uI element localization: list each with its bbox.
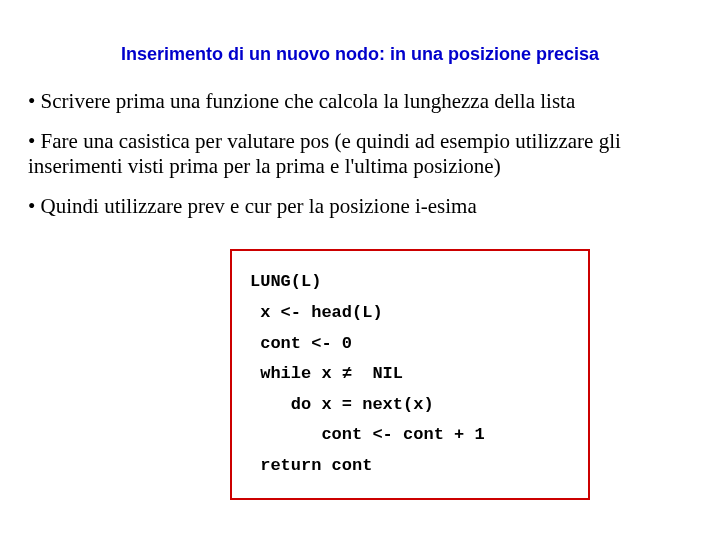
code-line: return cont — [250, 456, 372, 475]
code-line: cont <- 0 — [250, 334, 352, 353]
pseudocode-box: LUNG(L) x <- head(L) cont <- 0 while x ≠… — [230, 249, 590, 499]
slide-title: Inserimento di un nuovo nodo: in una pos… — [56, 44, 664, 65]
slide-page: Inserimento di un nuovo nodo: in una pos… — [0, 0, 720, 500]
bullet-item: • Scrivere prima una funzione che calcol… — [28, 89, 692, 115]
code-line: do x = next(x) — [250, 395, 434, 414]
code-line: cont <- cont + 1 — [250, 425, 485, 444]
bullet-item: • Quindi utilizzare prev e cur per la po… — [28, 194, 692, 220]
code-line: x <- head(L) — [250, 303, 383, 322]
code-line: while x ≠ NIL — [250, 364, 403, 383]
bullet-item: • Fare una casistica per valutare pos (e… — [28, 129, 692, 180]
code-line: LUNG(L) — [250, 272, 321, 291]
